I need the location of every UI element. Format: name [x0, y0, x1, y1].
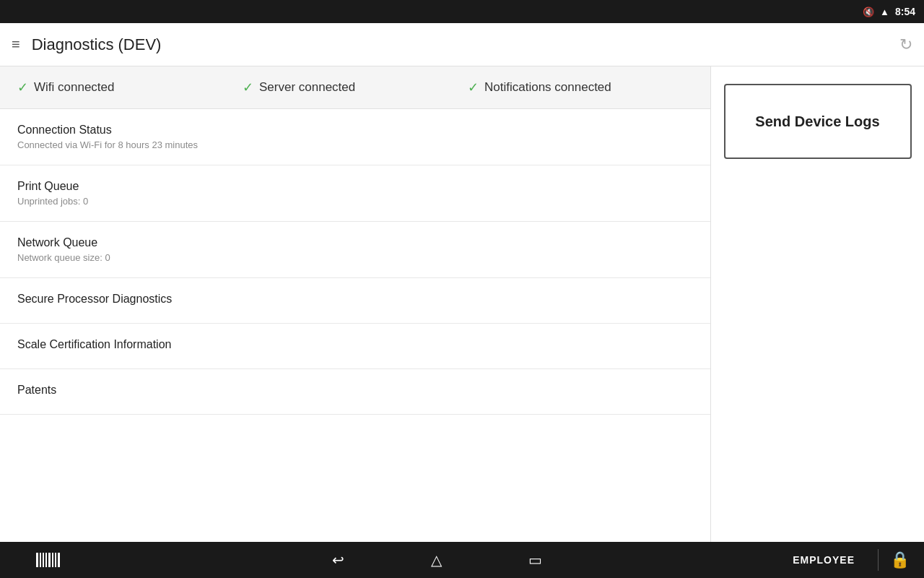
send-device-logs-button[interactable]: Send Device Logs: [724, 84, 912, 159]
server-check-icon: ✓: [243, 79, 253, 95]
list-item-secure-processor[interactable]: Secure Processor Diagnostics: [0, 278, 710, 324]
patents-title: Patents: [17, 384, 693, 397]
secure-processor-title: Secure Processor Diagnostics: [17, 293, 693, 306]
list-item-network-queue[interactable]: Network Queue Network queue size: 0: [0, 222, 710, 278]
list-item-print-queue[interactable]: Print Queue Unprinted jobs: 0: [0, 165, 710, 222]
status-bar: 🔇 ▲ 8:54: [0, 0, 924, 23]
nav-divider: [878, 549, 879, 571]
scale-certification-title: Scale Certification Information: [17, 338, 693, 351]
lock-icon[interactable]: 🔒: [890, 551, 910, 569]
print-queue-subtitle: Unprinted jobs: 0: [17, 196, 693, 207]
bottom-bar: ↩ △ ▭ EMPLOYEE 🔒: [0, 542, 924, 578]
refresh-icon[interactable]: ↻: [899, 35, 912, 54]
notifications-status-label: Notifications connected: [484, 80, 611, 95]
list-item-patents[interactable]: Patents: [0, 369, 710, 415]
notifications-check-icon: ✓: [468, 79, 479, 95]
network-queue-title: Network Queue: [17, 236, 693, 249]
page-title: Diagnostics (DEV): [32, 35, 888, 54]
menu-icon[interactable]: ≡: [12, 36, 20, 53]
back-button[interactable]: ↩: [310, 551, 366, 569]
barcode-icon: [36, 553, 60, 567]
notifications-status-item: ✓ Notifications connected: [468, 79, 693, 95]
header: ≡ Diagnostics (DEV) ↻: [0, 23, 924, 66]
status-row: ✓ Wifi connected ✓ Server connected ✓ No…: [0, 66, 710, 109]
barcode-button[interactable]: [14, 553, 82, 567]
wifi-status-label: Wifi connected: [34, 80, 115, 95]
list-item-connection-status[interactable]: Connection Status Connected via Wi-Fi fo…: [0, 109, 710, 165]
print-queue-title: Print Queue: [17, 180, 693, 193]
connection-status-title: Connection Status: [17, 124, 693, 137]
send-logs-label: Send Device Logs: [755, 112, 879, 131]
nav-left: [14, 553, 82, 567]
server-status-label: Server connected: [259, 80, 355, 95]
home-button[interactable]: △: [409, 551, 463, 569]
wifi-check-icon: ✓: [17, 79, 28, 95]
list-item-scale-certification[interactable]: Scale Certification Information: [0, 324, 710, 369]
connection-status-subtitle: Connected via Wi-Fi for 8 hours 23 minut…: [17, 139, 693, 150]
employee-label: EMPLOYEE: [793, 554, 866, 566]
network-queue-subtitle: Network queue size: 0: [17, 252, 693, 263]
right-panel: Send Device Logs: [711, 66, 924, 542]
server-status-item: ✓ Server connected: [243, 79, 468, 95]
main-content: ✓ Wifi connected ✓ Server connected ✓ No…: [0, 66, 924, 542]
nav-center: ↩ △ ▭: [82, 551, 793, 569]
mute-icon: 🔇: [863, 7, 874, 17]
left-panel: ✓ Wifi connected ✓ Server connected ✓ No…: [0, 66, 711, 542]
clock: 8:54: [895, 6, 915, 17]
nav-right: EMPLOYEE 🔒: [793, 549, 910, 571]
recents-button[interactable]: ▭: [507, 551, 564, 569]
wifi-status-icon: ▲: [880, 7, 889, 17]
wifi-status-item: ✓ Wifi connected: [17, 79, 243, 95]
